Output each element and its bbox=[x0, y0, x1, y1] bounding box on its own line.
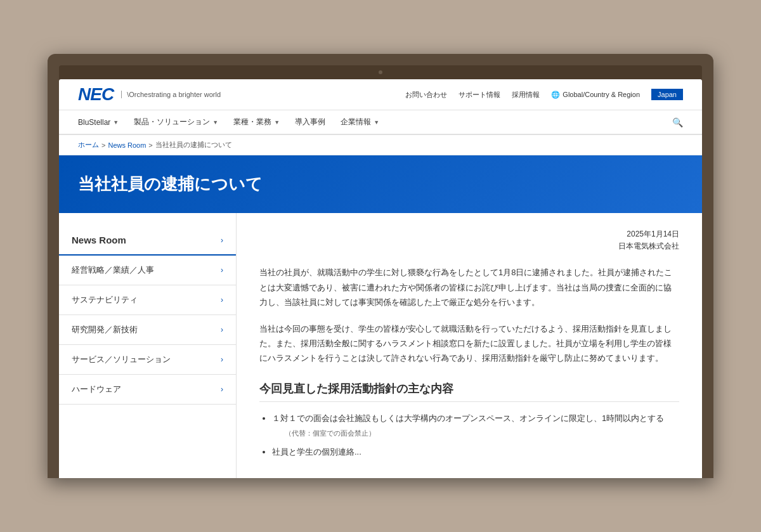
chevron-right-icon: › bbox=[221, 355, 223, 364]
japan-button[interactable]: Japan bbox=[651, 89, 683, 100]
chevron-right-icon: › bbox=[221, 266, 223, 275]
globe-button[interactable]: 🌐 Global/Country & Region bbox=[551, 91, 640, 99]
nav-cases-label: 導入事例 bbox=[295, 117, 325, 127]
nav-company-label: 企業情報 bbox=[341, 117, 371, 127]
sidebar-item-hardware[interactable]: ハードウェア › bbox=[59, 375, 236, 405]
top-navigation: NEC \Orchestrating a brighter world お問い合… bbox=[59, 79, 702, 110]
main-content: 2025年1月14日 日本電気株式会社 当社の社員が、就職活動中の学生に対し猥褻… bbox=[237, 213, 702, 478]
date-text: 2025年1月14日 bbox=[259, 228, 679, 240]
chevron-down-icon: ▼ bbox=[374, 119, 379, 126]
camera-dot bbox=[379, 70, 382, 74]
sidebar-item-label: 研究開発／新技術 bbox=[72, 324, 138, 335]
nav-products[interactable]: 製品・ソリューション ▼ bbox=[134, 114, 218, 130]
list-item: １対１での面会は会社施設もしくは大学構内のオープンスペース、オンラインに限定し、… bbox=[272, 411, 679, 441]
nav-bluestellar[interactable]: BluStellar ▼ bbox=[78, 115, 119, 129]
nav-company[interactable]: 企業情報 ▼ bbox=[341, 114, 379, 130]
nav-cases[interactable]: 導入事例 bbox=[295, 114, 325, 130]
paragraph-2: 当社は今回の事態を受け、学生の皆様が安心して就職活動を行っていただけるよう、採用… bbox=[259, 321, 679, 366]
globe-label: Global/Country & Region bbox=[563, 91, 640, 98]
sidebar-main-label: News Room bbox=[72, 235, 126, 245]
page-title: 当社社員の逮捕について bbox=[78, 173, 683, 195]
sidebar-item-label: サステナビリティ bbox=[72, 294, 138, 306]
page-header: 当社社員の逮捕について bbox=[59, 155, 702, 213]
globe-icon: 🌐 bbox=[551, 91, 560, 99]
chevron-right-icon: › bbox=[221, 295, 223, 304]
bullet-text-1: １対１での面会は会社施設もしくは大学構内のオープンスペース、オンラインに限定し、… bbox=[272, 413, 664, 423]
search-icon[interactable]: 🔍 bbox=[672, 117, 683, 127]
chevron-down-icon: ▼ bbox=[274, 119, 280, 126]
list-item: 社員と学生の個別連絡... bbox=[272, 444, 679, 459]
bullet-list: １対１での面会は会社施設もしくは大学構内のオープンスペース、オンラインに限定し、… bbox=[272, 411, 679, 459]
paragraph-1: 当社の社員が、就職活動中の学生に対し猥褻な行為をしたとして1月8日に逮捕されまし… bbox=[259, 265, 679, 309]
chevron-down-icon: ▼ bbox=[212, 119, 218, 126]
company-text: 日本電気株式会社 bbox=[259, 240, 679, 252]
breadcrumb-separator2: > bbox=[148, 141, 152, 149]
sidebar-item-news-room[interactable]: News Room › bbox=[59, 226, 236, 256]
sidebar-item-research[interactable]: 研究開発／新技術 › bbox=[59, 315, 236, 345]
nav-bluestellar-label: BluStellar bbox=[78, 118, 110, 127]
sidebar-item-label: ハードウェア bbox=[72, 384, 121, 395]
breadcrumb-home[interactable]: ホーム bbox=[78, 140, 99, 150]
sidebar-item-label: 経営戦略／業績／人事 bbox=[72, 264, 154, 276]
laptop-frame: NEC \Orchestrating a brighter world お問い合… bbox=[48, 54, 713, 478]
chevron-down-icon: ▼ bbox=[113, 119, 119, 126]
sidebar-item-sustainability[interactable]: サステナビリティ › bbox=[59, 285, 236, 315]
sidebar: News Room › 経営戦略／業績／人事 › サステナビリティ › 研究開発… bbox=[59, 213, 237, 478]
breadcrumb-current: 当社社員の逮捕について bbox=[155, 140, 232, 150]
bullet-text-2: 社員と学生の個別連絡... bbox=[272, 447, 361, 457]
section-heading: 今回見直した採用活動指針の主な内容 bbox=[259, 381, 679, 402]
top-nav-right: お問い合わせ サポート情報 採用情報 🌐 Global/Country & Re… bbox=[405, 89, 683, 100]
nav-industry[interactable]: 業種・業務 ▼ bbox=[233, 114, 280, 130]
chevron-right-icon: › bbox=[221, 325, 223, 334]
tagline: \Orchestrating a brighter world bbox=[121, 91, 221, 98]
screen: NEC \Orchestrating a brighter world お問い合… bbox=[59, 79, 702, 478]
bullet-note-1: （代替：個室での面会禁止） bbox=[285, 429, 375, 437]
nav-industry-label: 業種・業務 bbox=[233, 117, 271, 127]
logo-area: NEC \Orchestrating a brighter world bbox=[78, 84, 221, 105]
breadcrumb: ホーム > News Room > 当社社員の逮捕について bbox=[59, 135, 702, 155]
nec-logo: NEC bbox=[78, 84, 114, 105]
content-area: News Room › 経営戦略／業績／人事 › サステナビリティ › 研究開発… bbox=[59, 213, 702, 478]
breadcrumb-news-room[interactable]: News Room bbox=[108, 141, 146, 149]
careers-link[interactable]: 採用情報 bbox=[512, 90, 540, 100]
support-link[interactable]: サポート情報 bbox=[459, 90, 500, 100]
breadcrumb-separator: > bbox=[101, 141, 105, 149]
contact-link[interactable]: お問い合わせ bbox=[405, 90, 447, 100]
sidebar-item-services[interactable]: サービス／ソリューション › bbox=[59, 345, 236, 375]
main-navigation: BluStellar ▼ 製品・ソリューション ▼ 業種・業務 ▼ 導入事例 企… bbox=[59, 110, 702, 135]
camera-bar bbox=[59, 65, 702, 79]
chevron-right-icon: › bbox=[221, 385, 223, 394]
nav-products-label: 製品・ソリューション bbox=[134, 117, 210, 127]
date-company-block: 2025年1月14日 日本電気株式会社 bbox=[259, 228, 679, 252]
chevron-right-icon: › bbox=[221, 236, 223, 245]
sidebar-item-label: サービス／ソリューション bbox=[72, 354, 171, 365]
sidebar-item-management[interactable]: 経営戦略／業績／人事 › bbox=[59, 256, 236, 285]
